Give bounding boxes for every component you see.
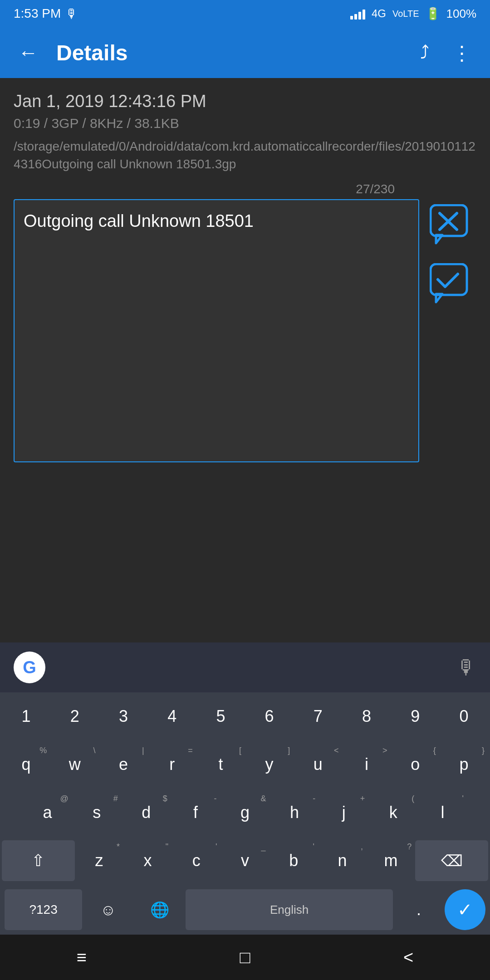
key-4[interactable]: 4	[148, 696, 196, 737]
status-left: 1:53 PM 🎙	[14, 6, 78, 21]
key-j[interactable]: +j	[319, 792, 368, 833]
key-e[interactable]: |e	[99, 744, 147, 785]
key-b[interactable]: 'b	[270, 840, 318, 881]
transcription-textarea[interactable]: Outgoing call Unknown 18501	[14, 199, 419, 462]
key-9[interactable]: 9	[391, 696, 440, 737]
lte-label: VoLTE	[392, 9, 419, 19]
backspace-key[interactable]: ⌫	[415, 840, 488, 881]
key-l[interactable]: 'l	[418, 792, 467, 833]
key-1[interactable]: 1	[2, 696, 50, 737]
key-h[interactable]: -h	[270, 792, 319, 833]
transcription-text: Outgoing call Unknown 18501	[24, 211, 254, 230]
key-x[interactable]: "x	[123, 840, 172, 881]
key-p[interactable]: }p	[440, 744, 488, 785]
key-d[interactable]: $d	[122, 792, 171, 833]
key-6[interactable]: 6	[245, 696, 294, 737]
key-t[interactable]: [t	[196, 744, 245, 785]
record-date: Jan 1, 2019 12:43:16 PM	[14, 92, 476, 111]
shift-key[interactable]: ⇧	[2, 840, 75, 881]
network-type: 4G	[372, 7, 386, 20]
nav-bar: ≡ □ <	[0, 935, 490, 980]
nav-home-button[interactable]: □	[222, 941, 269, 974]
emoji-key[interactable]: ☺	[82, 889, 134, 930]
status-bar: 1:53 PM 🎙 4G VoLTE 🔋 100%	[0, 0, 490, 27]
svg-rect-4	[431, 264, 467, 295]
key-r[interactable]: =r	[148, 744, 196, 785]
text-area-row: Outgoing call Unknown 18501	[14, 199, 476, 462]
battery-percent: 100%	[446, 7, 477, 21]
key-c[interactable]: 'c	[172, 840, 220, 881]
counter-row: 27/230	[14, 182, 476, 196]
record-path: /storage/emulated/0/Android/data/com.krd…	[14, 137, 476, 173]
keyboard-toolbar: G 🎙	[0, 642, 490, 692]
key-n[interactable]: ,n	[318, 840, 367, 881]
key-s[interactable]: #s	[72, 792, 122, 833]
zxcv-row: ⇧ *z "x 'c _v 'b ,n ?m ⌫	[0, 837, 490, 885]
record-info: 0:19 / 3GP / 8KHz / 38.1KB	[14, 116, 476, 131]
key-u[interactable]: <u	[294, 744, 342, 785]
keyboard: G 🎙 1 2 3 4 5 6 7 8 9 0 %q \w |e =r [t ]…	[0, 642, 490, 935]
mic-status-icon: 🎙	[65, 6, 78, 21]
enter-key[interactable]: ✓	[445, 889, 485, 930]
nav-menu-button[interactable]: ≡	[59, 941, 105, 974]
confirm-button[interactable]	[426, 260, 476, 310]
char-counter: 27/230	[356, 182, 395, 196]
key-z[interactable]: *z	[75, 840, 123, 881]
confirm-icon	[430, 263, 473, 307]
bottom-row: ?123 ☺ 🌐 English . ✓	[0, 885, 490, 935]
key-y[interactable]: ]y	[245, 744, 294, 785]
key-a[interactable]: @a	[23, 792, 72, 833]
nav-back-button[interactable]: <	[385, 941, 431, 974]
share-button[interactable]: ⤴	[416, 38, 434, 68]
google-logo[interactable]: G	[14, 652, 45, 683]
battery-icon: 🔋	[426, 7, 440, 21]
app-bar: ← Details ⤴ ⋮	[0, 27, 490, 78]
globe-key[interactable]: 🌐	[134, 889, 186, 930]
reject-button[interactable]	[426, 201, 476, 251]
number-row: 1 2 3 4 5 6 7 8 9 0	[0, 692, 490, 740]
reject-icon	[430, 204, 473, 248]
page-title: Details	[56, 40, 402, 65]
key-v[interactable]: _v	[220, 840, 269, 881]
key-5[interactable]: 5	[196, 696, 245, 737]
key-8[interactable]: 8	[342, 696, 391, 737]
key-m[interactable]: ?m	[367, 840, 415, 881]
keyboard-mic-icon[interactable]: 🎙	[456, 656, 476, 679]
back-button[interactable]: ←	[14, 37, 43, 69]
action-buttons	[426, 199, 476, 310]
key-k[interactable]: (k	[368, 792, 418, 833]
numbers-key[interactable]: ?123	[5, 889, 82, 930]
key-2[interactable]: 2	[50, 696, 99, 737]
status-time: 1:53 PM	[14, 6, 61, 21]
key-i[interactable]: >i	[342, 744, 391, 785]
key-o[interactable]: {o	[391, 744, 440, 785]
key-q[interactable]: %q	[2, 744, 50, 785]
content-area: Jan 1, 2019 12:43:16 PM 0:19 / 3GP / 8KH…	[0, 78, 490, 462]
key-f[interactable]: -f	[171, 792, 220, 833]
status-right: 4G VoLTE 🔋 100%	[350, 7, 476, 21]
space-key[interactable]: English	[186, 889, 392, 930]
key-g[interactable]: &g	[220, 792, 270, 833]
signal-bars	[350, 8, 365, 20]
google-g: G	[23, 658, 36, 677]
period-key[interactable]: .	[393, 889, 445, 930]
key-w[interactable]: \w	[50, 744, 99, 785]
key-7[interactable]: 7	[294, 696, 342, 737]
more-options-button[interactable]: ⋮	[447, 37, 476, 69]
qwerty-row: %q \w |e =r [t ]y <u >i {o }p	[0, 740, 490, 789]
key-0[interactable]: 0	[440, 696, 488, 737]
asdf-row: @a #s $d -f &g -h +j (k 'l	[0, 789, 490, 837]
key-3[interactable]: 3	[99, 696, 147, 737]
